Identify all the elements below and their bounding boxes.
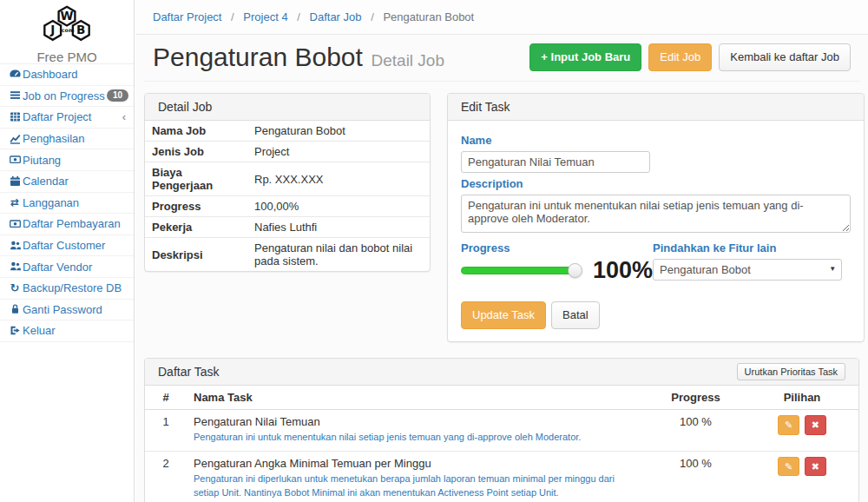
column-header-num: # (145, 386, 187, 410)
urutkan-prioritas-task-button[interactable]: Urutkan Prioritas Task (737, 363, 845, 380)
sidebar-item-label: Daftar Project (23, 110, 122, 123)
sidebar-item-daftar-project[interactable]: Daftar Project ‹ (0, 107, 134, 129)
pencil-icon: ✎ (785, 461, 792, 472)
pindahkan-select[interactable]: Pengaturan Bobot (653, 259, 842, 281)
content-area: Detail Job Nama Job Pengaturan Bobot Jen… (135, 82, 868, 502)
job-count-badge: 10 (107, 89, 128, 102)
detail-value: 100,00% (247, 196, 430, 217)
table-row: 2 Pengaturan Angka Minimal Temuan per Mi… (145, 451, 858, 502)
breadcrumb: Daftar Project / Project 4 / Daftar Job … (135, 0, 868, 35)
edit-task-panel-title: Edit Task (448, 94, 864, 121)
plus-icon: + (541, 50, 548, 63)
x-icon: ✖ (812, 419, 819, 430)
page-header: Pengaturan Bobot Detail Job + Input Job … (144, 35, 859, 82)
table-row: Nama Job Pengaturan Bobot (145, 121, 430, 142)
sidebar-item-daftar-vendor[interactable]: Daftar Vendor (0, 256, 134, 278)
jwb-logo-icon: W J B .com (25, 5, 108, 46)
svg-text:.com: .com (59, 27, 74, 33)
detail-value: Pengaturan nilai dan bobot nilai pada si… (247, 238, 430, 272)
sidebar-item-label: Langganan (23, 196, 128, 209)
sidebar-item-label: Daftar Customer (23, 239, 128, 252)
x-icon: ✖ (812, 461, 819, 472)
money-icon (7, 154, 23, 166)
refresh-icon: ↻ (7, 281, 23, 294)
task-num: 2 (145, 451, 187, 502)
sidebar-item-langganan[interactable]: ⇄ Langganan (0, 193, 134, 215)
task-progress: 100 % (646, 451, 746, 502)
sidebar-item-backup-restore[interactable]: ↻ Backup/Restore DB (0, 278, 134, 300)
task-table: # Nama Task Progress Pilihan 1 Pengatura… (145, 386, 858, 502)
task-name-input[interactable] (461, 151, 650, 173)
sidebar: W J B .com Free PMO Dashboard Job on Pro… (0, 0, 135, 502)
input-job-baru-label: Input Job Baru (551, 50, 631, 63)
input-job-baru-button[interactable]: + Input Job Baru (529, 43, 641, 71)
delete-task-button[interactable]: ✖ (805, 457, 826, 476)
sidebar-item-keluar[interactable]: Keluar (0, 320, 134, 342)
chart-line-icon (7, 133, 23, 145)
edit-task-button[interactable]: ✎ (778, 415, 799, 434)
pindahkan-label: Pindahkan ke Fitur lain (653, 241, 851, 254)
sidebar-item-dashboard[interactable]: Dashboard (0, 64, 134, 86)
edit-job-button[interactable]: Edit Job (648, 43, 712, 71)
sidebar-item-label: Piutang (23, 154, 128, 167)
detail-value: Nafies Luthfi (247, 217, 430, 238)
task-name: Pengaturan Nilai Temuan (194, 415, 639, 428)
page-subtitle: Detail Job (372, 51, 445, 69)
breadcrumb-link-project-4[interactable]: Project 4 (243, 10, 287, 23)
retweet-icon: ⇄ (7, 196, 23, 208)
sidebar-item-label: Backup/Restore DB (23, 281, 128, 294)
detail-job-panel: Detail Job Nama Job Pengaturan Bobot Jen… (144, 93, 431, 272)
pencil-icon: ✎ (785, 419, 792, 430)
edit-task-button[interactable]: ✎ (778, 457, 799, 476)
table-row: Pekerja Nafies Luthfi (145, 217, 430, 238)
sidebar-item-ganti-password[interactable]: Ganti Password (0, 300, 134, 321)
progress-slider-handle[interactable] (568, 263, 582, 278)
breadcrumb-separator: / (365, 10, 380, 23)
sidebar-item-label: Job on Progress (23, 89, 107, 102)
page-title-block: Pengaturan Bobot Detail Job (153, 43, 444, 72)
detail-label: Biaya Pengerjaan (145, 162, 247, 196)
column-header-nama-task: Nama Task (187, 386, 646, 410)
svg-text:J: J (49, 23, 55, 36)
description-label: Description (461, 177, 851, 190)
lock-icon (7, 303, 23, 315)
progress-slider[interactable] (461, 267, 575, 274)
sidebar-item-calendar[interactable]: Calendar (0, 171, 134, 193)
breadcrumb-link-daftar-project[interactable]: Daftar Project (153, 10, 221, 23)
detail-job-panel-title: Detail Job (145, 94, 430, 121)
batal-button[interactable]: Batal (551, 301, 600, 329)
sidebar-item-daftar-pembayaran[interactable]: Daftar Pembayaran (0, 214, 134, 235)
logo[interactable]: W J B .com Free PMO (0, 0, 134, 64)
svg-text:W: W (61, 9, 74, 23)
chevron-left-icon: ‹ (122, 110, 128, 123)
detail-label: Pekerja (145, 217, 247, 238)
sidebar-item-daftar-customer[interactable]: Daftar Customer (0, 235, 134, 257)
header-buttons: + Input Job Baru Edit Job Kembali ke daf… (529, 43, 851, 71)
sidebar-item-piutang[interactable]: Piutang (0, 149, 134, 171)
detail-label: Deskripsi (145, 238, 247, 272)
task-table-header-row: # Nama Task Progress Pilihan (145, 386, 858, 410)
sidebar-item-penghasilan[interactable]: Penghasilan (0, 129, 134, 150)
page-title: Pengaturan Bobot (153, 43, 363, 71)
table-row: Jenis Job Project (145, 142, 430, 162)
sidebar-item-label: Daftar Vendor (23, 261, 128, 274)
sidebar-item-job-on-progress[interactable]: Job on Progress 10 (0, 86, 134, 108)
users-icon (7, 240, 23, 252)
breadcrumb-link-daftar-job[interactable]: Daftar Job (310, 10, 362, 23)
detail-value: Project (247, 142, 430, 162)
daftar-task-panel-title: Daftar Task (158, 365, 220, 379)
task-description-textarea[interactable]: Pengaturan ini untuk menentukan nilai se… (461, 195, 851, 233)
delete-task-button[interactable]: ✖ (805, 415, 826, 434)
edit-task-panel: Edit Task Name Description Pengaturan in… (447, 93, 865, 342)
kembali-ke-daftar-job-button[interactable]: Kembali ke daftar Job (719, 43, 851, 71)
list-icon (7, 89, 23, 102)
gauge-icon (7, 69, 23, 81)
progress-percent-value: 100% (593, 259, 653, 282)
sidebar-item-label: Calendar (23, 175, 128, 188)
update-task-button[interactable]: Update Task (461, 301, 546, 329)
table-row: Deskripsi Pengaturan nilai dan bobot nil… (145, 238, 430, 272)
task-num: 1 (145, 410, 187, 452)
table-icon (7, 111, 23, 123)
column-header-progress: Progress (646, 386, 746, 410)
daftar-task-panel: Daftar Task Urutkan Prioritas Task # Nam… (144, 358, 859, 502)
